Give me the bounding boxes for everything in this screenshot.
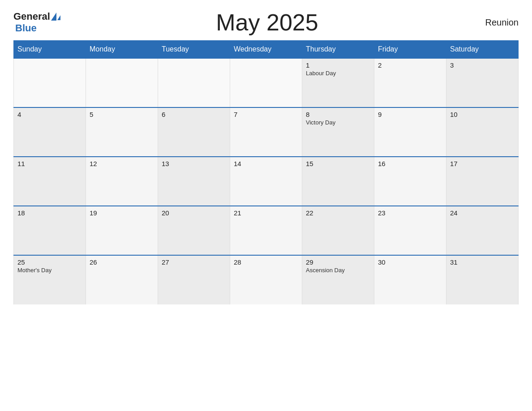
col-header-tuesday: Tuesday	[158, 41, 230, 59]
calendar-week-row: 18192021222324	[14, 206, 519, 255]
day-number: 14	[234, 160, 298, 167]
page-header: General Blue May 2025 Reunion	[13, 9, 519, 36]
calendar-cell	[86, 58, 158, 107]
col-header-monday: Monday	[86, 41, 158, 59]
calendar-cell: 21	[230, 206, 302, 255]
col-header-wednesday: Wednesday	[230, 41, 302, 59]
calendar-cell: 1Labour Day	[302, 58, 374, 107]
calendar-cell: 9	[374, 107, 446, 157]
day-number: 10	[450, 111, 515, 118]
calendar-cell: 27	[158, 255, 230, 304]
day-number: 24	[450, 209, 515, 217]
day-number: 15	[306, 160, 370, 167]
day-number: 2	[378, 61, 442, 69]
calendar-cell: 22	[302, 206, 374, 255]
calendar-cell: 10	[446, 107, 519, 157]
logo-blue-text: Blue	[15, 22, 37, 34]
day-event: Victory Day	[306, 119, 370, 126]
day-number: 23	[378, 209, 442, 217]
day-number: 16	[378, 160, 442, 167]
calendar-cell: 31	[446, 255, 519, 304]
day-event: Labour Day	[306, 70, 370, 77]
calendar-cell	[158, 58, 230, 107]
calendar-cell: 23	[374, 206, 446, 255]
month-title: May 2025	[216, 9, 318, 36]
calendar-cell: 12	[86, 157, 158, 206]
calendar-cell: 18	[14, 206, 86, 255]
day-number: 7	[234, 111, 298, 118]
calendar-cell: 29Ascension Day	[302, 255, 374, 304]
day-number: 9	[378, 111, 442, 118]
col-header-saturday: Saturday	[446, 41, 519, 59]
day-number: 30	[378, 258, 442, 266]
calendar-cell: 19	[86, 206, 158, 255]
col-header-friday: Friday	[374, 41, 446, 59]
day-number: 5	[90, 111, 154, 118]
day-number: 4	[17, 111, 82, 118]
day-number: 13	[162, 160, 226, 167]
day-number: 29	[306, 258, 370, 266]
day-number: 17	[450, 160, 515, 167]
calendar-cell: 16	[374, 157, 446, 206]
calendar-cell: 25Mother's Day	[14, 255, 86, 304]
day-number: 12	[90, 160, 154, 167]
day-number: 18	[17, 209, 82, 217]
region-label: Reunion	[474, 17, 519, 28]
calendar-cell: 5	[86, 107, 158, 157]
calendar-cell: 14	[230, 157, 302, 206]
day-number: 27	[162, 258, 226, 266]
calendar-header-row: SundayMondayTuesdayWednesdayThursdayFrid…	[14, 41, 519, 59]
day-number: 25	[17, 258, 82, 266]
calendar-cell: 4	[14, 107, 86, 157]
day-number: 28	[234, 258, 298, 266]
calendar-cell	[230, 58, 302, 107]
calendar-cell: 11	[14, 157, 86, 206]
calendar-cell	[14, 58, 86, 107]
day-event: Mother's Day	[17, 267, 82, 274]
logo-general-text: General	[13, 11, 50, 22]
day-number: 8	[306, 111, 370, 118]
calendar-cell: 13	[158, 157, 230, 206]
day-number: 31	[450, 258, 515, 266]
day-number: 6	[162, 111, 226, 118]
logo: General Blue	[13, 11, 60, 34]
calendar-week-row: 25Mother's Day26272829Ascension Day3031	[14, 255, 519, 304]
day-number: 21	[234, 209, 298, 217]
calendar-cell: 26	[86, 255, 158, 304]
calendar-cell: 3	[446, 58, 519, 107]
day-number: 19	[90, 209, 154, 217]
calendar-cell: 7	[230, 107, 302, 157]
calendar-week-row: 11121314151617	[14, 157, 519, 206]
calendar-cell: 6	[158, 107, 230, 157]
day-number: 22	[306, 209, 370, 217]
day-number: 20	[162, 209, 226, 217]
calendar-cell: 8Victory Day	[302, 107, 374, 157]
calendar-cell: 15	[302, 157, 374, 206]
calendar-cell: 20	[158, 206, 230, 255]
calendar-cell: 28	[230, 255, 302, 304]
day-number: 11	[17, 160, 82, 167]
day-number: 1	[306, 61, 370, 69]
logo-icon	[51, 13, 60, 21]
calendar-week-row: 45678Victory Day910	[14, 107, 519, 157]
calendar-cell: 2	[374, 58, 446, 107]
col-header-thursday: Thursday	[302, 41, 374, 59]
day-number: 3	[450, 61, 515, 69]
calendar-week-row: 1Labour Day23	[14, 58, 519, 107]
calendar-table: SundayMondayTuesdayWednesdayThursdayFrid…	[13, 40, 519, 304]
day-number: 26	[90, 258, 154, 266]
calendar-cell: 17	[446, 157, 519, 206]
col-header-sunday: Sunday	[14, 41, 86, 59]
day-event: Ascension Day	[306, 267, 370, 274]
calendar-cell: 24	[446, 206, 519, 255]
calendar-cell: 30	[374, 255, 446, 304]
